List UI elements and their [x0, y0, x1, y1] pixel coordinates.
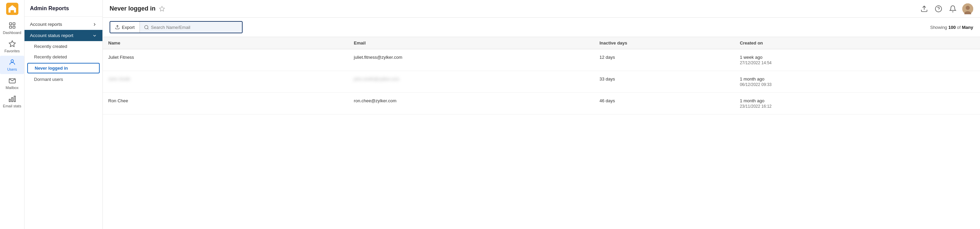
svg-rect-3 [13, 23, 14, 25]
sidebar-item-favorites[interactable]: Favorites [0, 37, 24, 56]
page-title: Never logged in [110, 5, 156, 12]
upload-icon[interactable] [920, 4, 929, 14]
svg-rect-10 [11, 98, 13, 102]
created-ago: 1 week ago [740, 55, 975, 60]
svg-point-17 [966, 6, 970, 10]
svg-rect-9 [14, 96, 15, 102]
cell-name: Juliet Fitness [103, 49, 348, 71]
showing-total: Many [962, 25, 973, 30]
col-header-created-on: Created on [734, 37, 980, 49]
sidebar-item-email-stats[interactable]: Email stats [0, 92, 24, 111]
search-icon [144, 25, 149, 30]
toolbar: Export Showing 100 of Many [103, 18, 980, 37]
created-ago: 1 month ago [740, 98, 975, 103]
search-input[interactable] [151, 25, 219, 30]
col-header-email: Email [348, 37, 594, 49]
showing-label: Showing [930, 25, 947, 30]
table-row: Juliet Fitness juliet.fitness@zylker.com… [103, 49, 980, 71]
results-table: Name Email Inactive days Created on Juli… [103, 37, 980, 115]
created-date: 27/12/2022 14:54 [740, 60, 975, 65]
chevron-right-icon [92, 22, 97, 27]
cell-email: juliet.fitness@zylker.com [348, 49, 594, 71]
search-area[interactable] [140, 22, 242, 33]
never-logged-in-label: Never logged in [35, 66, 68, 71]
export-label: Export [122, 25, 135, 30]
favorites-label: Favorites [5, 49, 20, 53]
svg-line-21 [147, 28, 148, 29]
showing-number: 100 [948, 25, 956, 30]
table-row: Ron Chee ron.chee@zylker.com 46 days 1 m… [103, 93, 980, 115]
sidebar-item-account-status-report[interactable]: Account status report [24, 30, 102, 41]
topbar: Never logged in [103, 0, 980, 18]
topbar-actions [920, 3, 973, 14]
cell-email: ron.chee@zylker.com [348, 93, 594, 115]
table-container: Name Email Inactive days Created on Juli… [103, 37, 980, 229]
sidebar-sub-item-never-logged-in[interactable]: Never logged in [27, 63, 100, 73]
sidebar-item-users[interactable]: Users [0, 56, 24, 74]
cell-created-on: 1 month ago 23/11/2022 16:12 [734, 93, 980, 115]
sidebar-item-mailbox[interactable]: Mailbox [0, 74, 24, 92]
notifications-icon[interactable] [948, 4, 958, 14]
cell-name: Ron Chee [103, 93, 348, 115]
user-avatar[interactable] [962, 3, 973, 14]
svg-rect-4 [9, 26, 11, 28]
svg-point-14 [935, 5, 942, 11]
svg-rect-5 [13, 26, 14, 28]
of-label: of [957, 25, 961, 30]
svg-point-7 [11, 60, 13, 62]
col-header-inactive-days: Inactive days [594, 37, 734, 49]
blurred-name: John Smith [108, 76, 130, 82]
cell-created-on: 1 week ago 27/12/2022 14:54 [734, 49, 980, 71]
created-ago: 1 month ago [740, 76, 975, 82]
main-content: Never logged in [103, 0, 980, 229]
icon-nav: Dashboard Favorites Users Mailbox Email … [0, 0, 24, 229]
sidebar-sub-item-recently-deleted[interactable]: Recently deleted [24, 52, 102, 62]
star-icon[interactable] [159, 6, 165, 12]
mailbox-label: Mailbox [6, 85, 19, 90]
dormant-users-label: Dormant users [34, 77, 63, 82]
sidebar-sub-item-dormant-users[interactable]: Dormant users [24, 74, 102, 85]
svg-rect-1 [11, 10, 13, 13]
sidebar-sub-item-recently-created[interactable]: Recently created [24, 41, 102, 52]
svg-rect-11 [9, 99, 10, 102]
dashboard-label: Dashboard [3, 31, 21, 35]
recently-created-label: Recently created [34, 44, 67, 49]
cell-inactive-days: 33 days [594, 71, 734, 93]
sidebar-item-account-reports[interactable]: Account reports [24, 19, 102, 30]
chevron-down-icon [92, 33, 97, 38]
table-row: John Smith john.smith@zylker.com 33 days… [103, 71, 980, 93]
showing-count: Showing 100 of Many [930, 25, 973, 30]
created-date: 06/12/2022 09:33 [740, 82, 975, 87]
cell-name-blurred: John Smith [103, 71, 348, 93]
blurred-email: john.smith@zylker.com [354, 76, 399, 82]
col-header-name: Name [103, 37, 348, 49]
sidebar: Admin Reports Account reports Account st… [24, 0, 103, 229]
email-stats-label: Email stats [3, 104, 21, 108]
export-icon [115, 25, 120, 30]
page-title-area: Never logged in [110, 5, 165, 12]
toolbar-controls: Export [110, 21, 243, 33]
created-date: 23/11/2022 16:12 [740, 104, 975, 109]
export-button[interactable]: Export [110, 22, 140, 33]
users-label: Users [7, 67, 17, 71]
help-icon[interactable] [934, 4, 943, 14]
cell-created-on: 1 month ago 06/12/2022 09:33 [734, 71, 980, 93]
account-status-report-label: Account status report [30, 33, 73, 38]
svg-point-20 [144, 25, 148, 28]
cell-email-blurred: john.smith@zylker.com [348, 71, 594, 93]
recently-deleted-label: Recently deleted [34, 54, 67, 60]
svg-marker-12 [159, 6, 165, 11]
sidebar-section: Account reports Account status report Re… [24, 17, 102, 87]
svg-rect-2 [9, 23, 11, 25]
svg-marker-6 [9, 41, 15, 47]
sidebar-title: Admin Reports [24, 0, 102, 17]
cell-inactive-days: 12 days [594, 49, 734, 71]
table-header-row: Name Email Inactive days Created on [103, 37, 980, 49]
app-logo[interactable] [6, 3, 18, 15]
sidebar-item-dashboard[interactable]: Dashboard [0, 19, 24, 37]
account-reports-label: Account reports [30, 22, 62, 27]
cell-inactive-days: 46 days [594, 93, 734, 115]
